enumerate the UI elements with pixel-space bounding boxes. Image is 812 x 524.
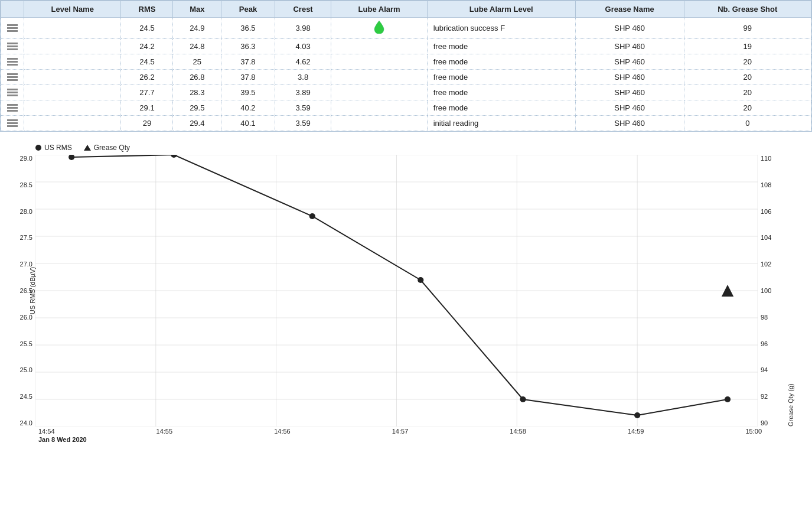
data-point-3 [309, 213, 315, 219]
cell-crest: 3.98 [275, 18, 331, 39]
cell-lube-alarm-level: free mode [427, 70, 575, 85]
col-level-name: Level Name [24, 1, 121, 18]
cell-peak: 36.3 [221, 39, 275, 54]
cell-level-name [24, 85, 121, 100]
cell-max: 26.8 [173, 70, 221, 85]
cell-lube-alarm [331, 116, 427, 131]
x-axis-date: Jan 8 Wed 2020 [38, 436, 812, 443]
cell-max: 28.3 [173, 85, 221, 100]
cell-lube-alarm-level: lubrication success F [427, 18, 575, 39]
legend-us-rms-label: US RMS [44, 144, 72, 152]
cell-grease-name: SHP 460 [575, 70, 684, 85]
legend-circle-icon [35, 145, 41, 151]
row-expand-icon [1, 54, 24, 70]
chart-legend: US RMS Grease Qty [35, 144, 812, 152]
row-expand-icon [1, 39, 24, 54]
y-axis-left-label: US RMS (dBµV) [29, 267, 36, 314]
cell-peak: 40.1 [221, 116, 275, 131]
cell-lube-alarm [331, 85, 427, 100]
cell-level-name [24, 100, 121, 116]
cell-lube-alarm-level: free mode [427, 85, 575, 100]
row-expand-icon [1, 100, 24, 116]
cell-max: 25 [173, 54, 221, 70]
col-nb-grease-shot: Nb. Grease Shot [684, 1, 811, 18]
col-rms: RMS [121, 1, 173, 18]
data-point-6 [634, 412, 640, 418]
cell-nb-grease-shot: 20 [684, 100, 811, 116]
cell-grease-name: SHP 460 [575, 100, 684, 116]
cell-nb-grease-shot: 20 [684, 85, 811, 100]
cell-rms: 24.2 [121, 39, 173, 54]
cell-max: 29.4 [173, 116, 221, 131]
legend-us-rms: US RMS [35, 144, 72, 152]
col-lube-alarm: Lube Alarm [331, 1, 427, 18]
cell-grease-name: SHP 460 [575, 39, 684, 54]
cell-lube-alarm-level: free mode [427, 54, 575, 70]
legend-triangle-icon [84, 145, 91, 151]
cell-peak: 39.5 [221, 85, 275, 100]
chart-svg [35, 155, 758, 427]
col-crest: Crest [275, 1, 331, 18]
cell-rms: 29 [121, 116, 173, 131]
cell-level-name [24, 18, 121, 39]
data-point-5 [520, 396, 526, 402]
cell-nb-grease-shot: 99 [684, 18, 811, 39]
row-expand-icon [1, 70, 24, 85]
cell-lube-alarm [331, 70, 427, 85]
cell-grease-name: SHP 460 [575, 85, 684, 100]
legend-grease-qty-label: Grease Qty [94, 144, 130, 152]
cell-nb-grease-shot: 20 [684, 70, 811, 85]
cell-level-name [24, 116, 121, 131]
x-axis-labels: 14:54 14:55 14:56 14:57 14:58 14:59 15:0… [38, 428, 762, 435]
cell-rms: 29.1 [121, 100, 173, 116]
cell-peak: 36.5 [221, 18, 275, 39]
col-max: Max [173, 1, 221, 18]
data-point-4 [418, 277, 423, 283]
cell-max: 29.5 [173, 100, 221, 116]
cell-crest: 3.59 [275, 116, 331, 131]
data-table: Level Name RMS Max Peak Crest Lube Alarm… [0, 0, 812, 132]
cell-lube-alarm-level: free mode [427, 39, 575, 54]
cell-grease-name: SHP 460 [575, 116, 684, 131]
col-peak: Peak [221, 1, 275, 18]
cell-max: 24.8 [173, 39, 221, 54]
cell-lube-alarm [331, 18, 427, 39]
cell-crest: 3.8 [275, 70, 331, 85]
cell-crest: 4.62 [275, 54, 331, 70]
chart-svg-area: US RMS (dBµV) [35, 155, 758, 427]
data-point-7 [725, 396, 731, 402]
cell-grease-name: SHP 460 [575, 54, 684, 70]
cell-lube-alarm [331, 54, 427, 70]
chart-container: US RMS Grease Qty 24.0 24.5 25.0 25.5 26… [0, 138, 812, 451]
row-expand-icon [1, 85, 24, 100]
cell-crest: 4.03 [275, 39, 331, 54]
cell-peak: 37.8 [221, 54, 275, 70]
cell-nb-grease-shot: 20 [684, 54, 811, 70]
cell-max: 24.9 [173, 18, 221, 39]
cell-rms: 24.5 [121, 18, 173, 39]
cell-lube-alarm [331, 39, 427, 54]
cell-crest: 3.89 [275, 85, 331, 100]
cell-level-name [24, 54, 121, 70]
data-point-1 [69, 155, 74, 160]
legend-grease-qty: Grease Qty [84, 144, 130, 152]
cell-level-name [24, 39, 121, 54]
cell-nb-grease-shot: 0 [684, 116, 811, 131]
cell-nb-grease-shot: 19 [684, 39, 811, 54]
col-icon [1, 1, 24, 18]
cell-peak: 40.2 [221, 100, 275, 116]
cell-rms: 26.2 [121, 70, 173, 85]
data-point-2 [171, 155, 177, 158]
cell-lube-alarm [331, 100, 427, 116]
cell-peak: 37.8 [221, 70, 275, 85]
cell-lube-alarm-level: initial reading [427, 116, 575, 131]
col-grease-name: Grease Name [575, 1, 684, 18]
y-axis-right: 90 92 94 96 98 100 102 104 106 108 110 [758, 155, 787, 427]
cell-crest: 3.59 [275, 100, 331, 116]
cell-rms: 24.5 [121, 54, 173, 70]
cell-rms: 27.7 [121, 85, 173, 100]
cell-lube-alarm-level: free mode [427, 100, 575, 116]
row-expand-icon [1, 18, 24, 39]
col-lube-alarm-level: Lube Alarm Level [427, 1, 575, 18]
cell-level-name [24, 70, 121, 85]
